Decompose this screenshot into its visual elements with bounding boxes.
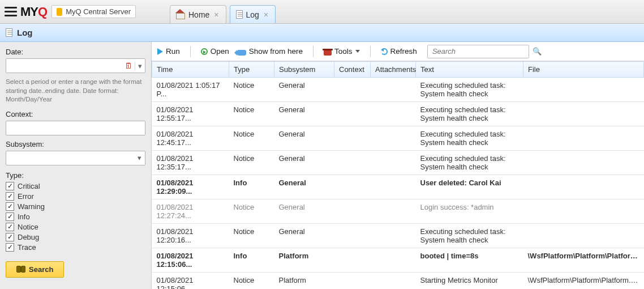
open-button[interactable]: Open — [201, 47, 229, 56]
table-row[interactable]: 01/08/2021 12:27:24...NoticeGeneralLogin… — [152, 199, 644, 224]
cell-text: Executing scheduled task: System health … — [416, 151, 523, 175]
cell-file — [523, 78, 644, 102]
refresh-button[interactable]: Refresh — [381, 47, 417, 56]
cell-attachments — [371, 224, 416, 248]
cell-text: Executing scheduled task: System health … — [416, 78, 523, 102]
tab-home-label: Home — [188, 10, 209, 19]
checkbox-icon: ✓ — [6, 192, 14, 201]
table-row[interactable]: 01/08/2021 1:05:17 P...NoticeGeneralExec… — [152, 78, 644, 102]
toolbar-search-input[interactable] — [428, 47, 533, 56]
subsystem-select[interactable]: ▾ — [6, 151, 145, 165]
cell-attachments — [371, 78, 416, 102]
checkbox-icon: ✓ — [6, 182, 14, 190]
cell-time: 01/08/2021 12:20:16... — [152, 224, 229, 248]
check-trace[interactable]: ✓Trace — [6, 243, 145, 252]
document-icon — [236, 10, 243, 19]
chevron-down-icon[interactable]: ▾ — [138, 154, 141, 162]
date-input[interactable] — [6, 59, 122, 73]
cell-text: Executing scheduled task: System health … — [416, 102, 523, 126]
server-chip[interactable]: MyQ Central Server — [51, 5, 136, 18]
cell-subsystem: General — [274, 102, 334, 126]
search-icon[interactable]: 🔍 — [533, 47, 542, 56]
cell-attachments — [371, 175, 416, 199]
cell-subsystem: Platform — [274, 273, 334, 290]
document-icon — [6, 28, 12, 37]
col-time[interactable]: Time — [152, 62, 229, 78]
check-info[interactable]: ✓Info — [6, 212, 145, 221]
refresh-icon — [381, 48, 388, 55]
play-icon — [157, 48, 163, 55]
col-subsystem[interactable]: Subsystem — [274, 62, 334, 78]
checkbox-icon: ✓ — [6, 233, 14, 241]
date-field[interactable]: 🗓 ▾ — [6, 58, 145, 73]
check-warning[interactable]: ✓Warning — [6, 202, 145, 211]
context-input[interactable] — [6, 121, 145, 135]
cell-time: 01/08/2021 1:05:17 P... — [152, 78, 229, 102]
cell-file — [523, 175, 644, 199]
filter-panel: Date: 🗓 ▾ Select a period or enter a ran… — [0, 42, 152, 289]
separator — [313, 46, 314, 57]
show-from-here-button[interactable]: Show from here — [237, 47, 303, 56]
table-row[interactable]: 01/08/2021 12:55:17...NoticeGeneralExecu… — [152, 102, 644, 126]
cell-context — [334, 151, 371, 175]
tab-log-label: Log — [246, 10, 259, 19]
cell-type: Info — [229, 248, 274, 273]
check-critical[interactable]: ✓Critical — [6, 182, 145, 190]
col-text[interactable]: Text — [416, 62, 523, 78]
check-error[interactable]: ✓Error — [6, 192, 145, 201]
cell-type: Notice — [229, 126, 274, 151]
tab-home[interactable]: Home × — [170, 5, 226, 23]
check-notice[interactable]: ✓Notice — [6, 223, 145, 231]
cell-file — [523, 151, 644, 175]
table-row[interactable]: 01/08/2021 12:15:06...InfoPlatformbooted… — [152, 248, 644, 273]
table-row[interactable]: 01/08/2021 12:15:06...NoticePlatformStar… — [152, 273, 644, 290]
close-icon[interactable]: × — [263, 10, 269, 19]
col-context[interactable]: Context — [334, 62, 371, 78]
cell-time: 01/08/2021 12:15:06... — [152, 273, 229, 290]
separator — [190, 46, 191, 57]
cell-subsystem: General — [274, 151, 334, 175]
checkbox-icon: ✓ — [6, 202, 14, 211]
cell-attachments — [371, 248, 416, 273]
table-row[interactable]: 01/08/2021 12:20:16...NoticeGeneralExecu… — [152, 224, 644, 248]
close-icon[interactable]: × — [213, 10, 220, 19]
subsystem-label: Subsystem: — [6, 140, 145, 148]
check-debug[interactable]: ✓Debug — [6, 233, 145, 241]
cell-file — [523, 224, 644, 248]
cell-type: Notice — [229, 102, 274, 126]
menu-icon[interactable] — [5, 7, 17, 16]
checkbox-icon: ✓ — [6, 212, 14, 221]
cell-subsystem: General — [274, 175, 334, 199]
cell-time: 01/08/2021 12:55:17... — [152, 102, 229, 126]
cell-context — [334, 78, 371, 102]
col-attachments[interactable]: Attachments — [371, 62, 416, 78]
table-row[interactable]: 01/08/2021 12:29:09...InfoGeneralUser de… — [152, 175, 644, 199]
type-label: Type: — [6, 171, 145, 180]
binoculars-icon — [16, 266, 25, 273]
run-button[interactable]: Run — [157, 47, 180, 56]
cell-type: Notice — [229, 151, 274, 175]
tab-log[interactable]: Log × — [230, 5, 276, 23]
cell-context — [334, 199, 371, 224]
search-button[interactable]: Search — [6, 261, 64, 278]
calendar-icon[interactable]: 🗓 — [122, 61, 135, 70]
cell-time: 01/08/2021 12:29:09... — [152, 175, 229, 199]
cell-subsystem: Platform — [274, 248, 334, 273]
log-pane: Run Open Show from here Tools Refresh 🔍 — [152, 42, 644, 289]
cell-attachments — [371, 102, 416, 126]
log-grid[interactable]: Time Type Subsystem Context Attachments … — [152, 61, 644, 289]
cell-type: Notice — [229, 78, 274, 102]
cell-time: 01/08/2021 12:15:06... — [152, 248, 229, 273]
toolbar-search[interactable]: 🔍 — [427, 45, 529, 58]
table-row[interactable]: 01/08/2021 12:35:17...NoticeGeneralExecu… — [152, 151, 644, 175]
chevron-down-icon[interactable]: ▾ — [135, 62, 145, 70]
col-type[interactable]: Type — [229, 62, 274, 78]
tools-button[interactable]: Tools — [324, 47, 360, 56]
cell-context — [334, 175, 371, 199]
header-row: Time Type Subsystem Context Attachments … — [152, 62, 644, 78]
server-label: MyQ Central Server — [66, 7, 131, 16]
col-file[interactable]: File — [523, 62, 644, 78]
cell-file — [523, 102, 644, 126]
table-row[interactable]: 01/08/2021 12:45:17...NoticeGeneralExecu… — [152, 126, 644, 151]
cell-time: 01/08/2021 12:35:17... — [152, 151, 229, 175]
